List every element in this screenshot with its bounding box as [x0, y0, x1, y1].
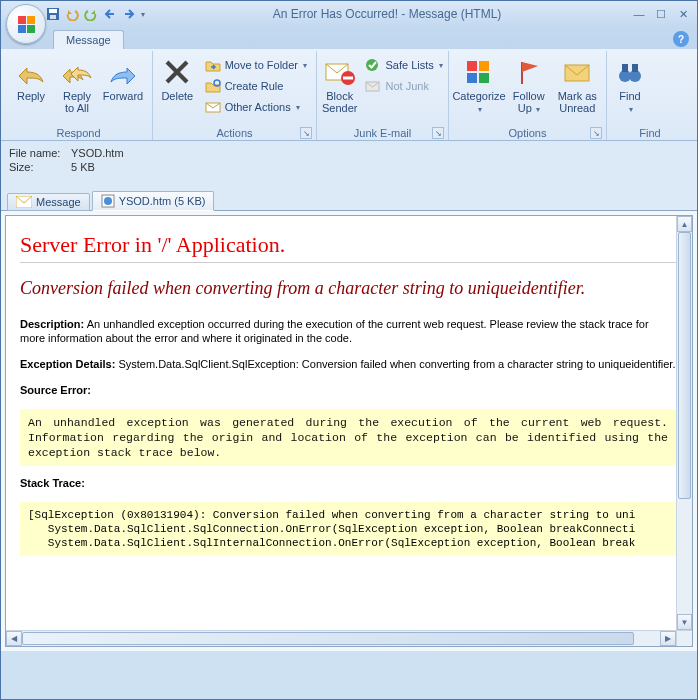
office-logo-icon — [17, 15, 35, 33]
previous-icon[interactable] — [102, 6, 118, 22]
redo-icon[interactable] — [83, 6, 99, 22]
window-title: An Error Has Occurred! - Message (HTML) — [145, 7, 629, 21]
save-icon[interactable] — [45, 6, 61, 22]
title-bar: ▾ An Error Has Occurred! - Message (HTML… — [1, 1, 697, 27]
flag-icon — [513, 56, 545, 88]
chevron-down-icon: ▾ — [536, 105, 540, 114]
mark-unread-button[interactable]: Mark as Unread — [553, 53, 602, 117]
file-name-value: YSOD.htm — [71, 147, 124, 159]
scroll-track[interactable] — [22, 631, 660, 646]
preview-pane: Server Error in '/' Application. Convers… — [1, 211, 697, 651]
group-label-options: Options↘ — [453, 126, 602, 140]
source-error-box: An unhandled exception was generated dur… — [20, 409, 676, 466]
chevron-down-icon: ▾ — [478, 105, 482, 114]
quick-access-toolbar: ▾ — [45, 6, 145, 22]
chevron-down-icon: ▾ — [296, 103, 300, 112]
other-actions-button[interactable]: Other Actions▾ — [200, 97, 312, 117]
scroll-thumb[interactable] — [678, 232, 691, 499]
svg-point-23 — [104, 197, 112, 205]
office-button[interactable] — [6, 4, 46, 44]
block-sender-button[interactable]: Block Sender — [321, 53, 358, 117]
chevron-down-icon: ▾ — [629, 105, 633, 114]
group-label-find: Find — [611, 126, 689, 140]
divider — [20, 262, 676, 263]
group-label-junk: Junk E-mail↘ — [321, 126, 444, 140]
scroll-corner — [676, 630, 692, 646]
delete-icon — [161, 56, 193, 88]
description-text: Description: An unhandled exception occu… — [20, 317, 676, 345]
size-label: Size: — [9, 161, 71, 173]
scroll-track[interactable] — [677, 232, 692, 614]
scroll-thumb[interactable] — [22, 632, 634, 645]
other-actions-icon — [205, 99, 221, 115]
forward-button[interactable]: Forward — [101, 53, 145, 105]
chevron-down-icon: ▾ — [303, 61, 307, 70]
follow-up-button[interactable]: Follow Up ▾ — [507, 53, 551, 119]
chevron-down-icon: ▾ — [439, 61, 443, 70]
minimize-button[interactable]: — — [629, 7, 649, 21]
safe-lists-button[interactable]: Safe Lists▾ — [360, 55, 447, 75]
block-sender-icon — [324, 56, 356, 88]
envelope-icon — [16, 196, 32, 208]
svg-rect-12 — [467, 61, 477, 71]
svg-rect-13 — [479, 61, 489, 71]
reply-all-button[interactable]: Reply to All — [55, 53, 99, 117]
svg-rect-9 — [343, 77, 353, 80]
view-tab-attachment[interactable]: YSOD.htm (5 KB) — [92, 191, 215, 211]
help-icon[interactable]: ? — [673, 31, 689, 47]
stack-trace-label: Stack Trace: — [20, 476, 676, 490]
error-document: Server Error in '/' Application. Convers… — [6, 216, 690, 564]
error-subtitle: Conversion failed when converting from a… — [20, 277, 676, 299]
tab-message[interactable]: Message — [53, 30, 124, 49]
svg-rect-14 — [467, 73, 477, 83]
reply-all-icon — [61, 56, 93, 88]
categorize-icon — [463, 56, 495, 88]
svg-rect-19 — [622, 64, 628, 72]
not-junk-button: Not Junk — [360, 76, 447, 96]
source-error-label: Source Error: — [20, 383, 676, 397]
attachment-info: File name:YSOD.htm Size:5 KB — [1, 141, 697, 177]
undo-icon[interactable] — [64, 6, 80, 22]
forward-icon — [107, 56, 139, 88]
ribbon-tab-row: Message ? — [1, 27, 697, 49]
html-file-icon — [101, 194, 115, 208]
svg-rect-1 — [49, 9, 57, 13]
svg-point-10 — [366, 59, 378, 71]
rule-icon — [205, 78, 221, 94]
mark-unread-icon — [561, 56, 593, 88]
maximize-button[interactable]: ☐ — [651, 7, 671, 21]
view-tab-message[interactable]: Message — [7, 193, 90, 211]
scroll-down-icon[interactable]: ▼ — [677, 614, 692, 630]
vertical-scrollbar[interactable]: ▲ ▼ — [676, 216, 692, 630]
exception-details-text: Exception Details: System.Data.SqlClient… — [20, 357, 676, 371]
not-junk-icon — [365, 78, 381, 94]
create-rule-button[interactable]: Create Rule — [200, 76, 312, 96]
stack-trace-box: [SqlException (0x80131904): Conversion f… — [20, 502, 676, 556]
binoculars-icon — [614, 56, 646, 88]
group-label-actions: Actions↘ — [157, 126, 312, 140]
svg-rect-15 — [479, 73, 489, 83]
folder-move-icon — [205, 57, 221, 73]
next-icon[interactable] — [121, 6, 137, 22]
dialog-launcher-icon[interactable]: ↘ — [590, 127, 602, 139]
move-to-folder-button[interactable]: Move to Folder▾ — [200, 55, 312, 75]
svg-rect-20 — [632, 64, 638, 72]
delete-button[interactable]: Delete — [157, 53, 198, 105]
reply-icon — [15, 56, 47, 88]
scroll-right-icon[interactable]: ▶ — [660, 631, 676, 646]
error-title: Server Error in '/' Application. — [20, 232, 676, 258]
horizontal-scrollbar[interactable]: ◀ ▶ — [6, 630, 676, 646]
find-button[interactable]: Find▾ — [611, 53, 649, 119]
safe-lists-icon — [365, 57, 381, 73]
svg-rect-2 — [50, 15, 56, 19]
size-value: 5 KB — [71, 161, 95, 173]
reply-button[interactable]: Reply — [9, 53, 53, 105]
scroll-up-icon[interactable]: ▲ — [677, 216, 692, 232]
categorize-button[interactable]: Categorize▾ — [453, 53, 505, 119]
scroll-left-icon[interactable]: ◀ — [6, 631, 22, 646]
dialog-launcher-icon[interactable]: ↘ — [300, 127, 312, 139]
dialog-launcher-icon[interactable]: ↘ — [432, 127, 444, 139]
close-button[interactable]: ✕ — [673, 7, 693, 21]
ribbon: Reply Reply to All Forward Respond Delet… — [1, 49, 697, 141]
view-tabs: Message YSOD.htm (5 KB) — [1, 177, 697, 211]
